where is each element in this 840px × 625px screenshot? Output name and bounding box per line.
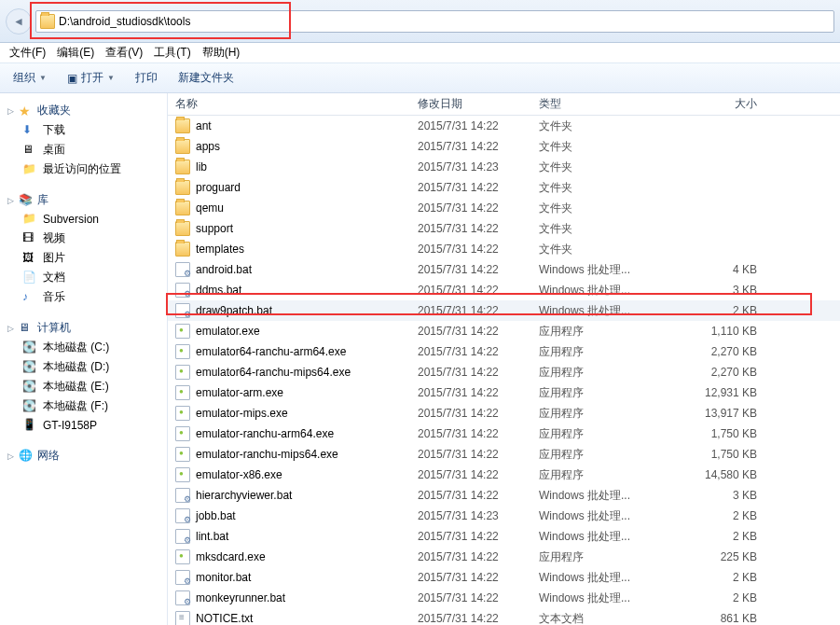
file-row[interactable]: emulator-x86.exe2015/7/31 14:22应用程序14,58… [168,465,840,485]
sidebar-item[interactable]: 图片 [4,248,163,268]
sidebar-item[interactable]: 最近访问的位置 [4,160,163,179]
menu-view[interactable]: 查看(V) [100,43,148,62]
address-field-wrap[interactable] [35,10,834,33]
file-row[interactable]: emulator64-ranchu-arm64.exe2015/7/31 14:… [168,341,840,362]
sidebar-item[interactable]: 音乐 [4,287,163,307]
file-row[interactable]: ant2015/7/31 14:22文件夹 [168,116,840,136]
column-date[interactable]: 修改日期 [410,93,531,115]
file-row[interactable]: ddms.bat2015/7/31 14:22Windows 批处理...3 K… [168,280,840,300]
sidebar-item[interactable]: 视频 [4,229,163,248]
disk-icon [22,380,37,395]
sidebar-item[interactable]: 本地磁盘 (D:) [4,357,163,377]
sidebar-item[interactable]: 下载 [4,120,163,140]
file-row[interactable]: emulator.exe2015/7/31 14:22应用程序1,110 KB [168,321,840,341]
file-type: Windows 批处理... [531,589,662,608]
column-size[interactable]: 大小 [662,93,764,115]
file-size: 861 KB [662,610,764,625]
file-name: NOTICE.txt [196,612,253,625]
sidebar-item-label: GT-I9158P [43,419,97,432]
sidebar-item[interactable]: 本地磁盘 (C:) [4,338,163,357]
toolbar-new-folder[interactable]: 新建文件夹 [172,68,240,88]
dl-icon [22,123,37,138]
back-button[interactable]: ◄ [6,8,32,35]
file-row[interactable]: apps2015/7/31 14:22文件夹 [168,136,840,157]
file-size: 14,580 KB [662,466,764,483]
sidebar-item[interactable]: Subversion [4,210,163,229]
disk-icon [22,399,37,414]
column-name[interactable]: 名称 [168,93,410,115]
file-name: emulator64-ranchu-mips64.exe [196,366,351,379]
file-row[interactable]: android.bat2015/7/31 14:22Windows 批处理...… [168,259,840,280]
file-size: 2,270 KB [662,343,764,360]
file-row[interactable]: emulator-mips.exe2015/7/31 14:22应用程序13,9… [168,403,840,424]
toolbar-open[interactable]: ▣打开▼ [62,68,120,88]
file-name: jobb.bat [196,509,236,522]
sidebar-item-label: 图片 [43,250,65,266]
file-date: 2015/7/31 14:22 [410,220,531,237]
exe-icon [175,344,190,359]
address-input[interactable] [59,15,830,28]
file-row[interactable]: templates2015/7/31 14:22文件夹 [168,239,840,259]
column-type[interactable]: 类型 [531,93,662,115]
svn-icon [22,212,37,227]
file-row[interactable]: NOTICE.txt2015/7/31 14:22文本文档861 KB [168,608,840,625]
file-size: 2 KB [662,590,764,606]
toolbar-organize[interactable]: 组织▼ [7,68,52,88]
sidebar-header-favorites[interactable]: ▷ 收藏夹 [4,101,163,120]
file-size [662,145,764,148]
file-type: Windows 批处理... [531,507,662,526]
sidebar-item[interactable]: 文档 [4,268,163,287]
menu-bar: 文件(F) 编辑(E) 查看(V) 工具(T) 帮助(H) [0,43,840,63]
file-row[interactable]: lint.bat2015/7/31 14:22Windows 批处理...2 K… [168,526,840,547]
folder-icon [175,180,190,195]
doc-icon [22,271,37,285]
sidebar-item[interactable]: 桌面 [4,140,163,160]
file-row[interactable]: jobb.bat2015/7/31 14:23Windows 批处理...2 K… [168,506,840,526]
file-row[interactable]: monkeyrunner.bat2015/7/31 14:22Windows 批… [168,588,840,608]
file-size: 2 KB [662,507,764,524]
file-date: 2015/7/31 14:22 [410,487,531,504]
sidebar-item[interactable]: 本地磁盘 (E:) [4,377,163,396]
file-size: 2 KB [662,528,764,545]
file-type: 应用程序 [531,548,662,567]
sidebar-item[interactable]: GT-I9158P [4,416,163,435]
file-size: 2,270 KB [662,364,764,381]
file-row[interactable]: proguard2015/7/31 14:22文件夹 [168,177,840,198]
sidebar-item[interactable]: 本地磁盘 (F:) [4,396,163,416]
file-type: 文本文档 [531,609,662,626]
file-date: 2015/7/31 14:22 [410,549,531,565]
file-name: mksdcard.exe [196,550,266,563]
file-type: Windows 批处理... [531,301,662,321]
menu-edit[interactable]: 编辑(E) [51,43,100,62]
video-icon [22,231,37,246]
file-size [662,124,764,128]
menu-help[interactable]: 帮助(H) [197,43,246,62]
file-name: lint.bat [196,530,228,543]
file-row[interactable]: qemu2015/7/31 14:22文件夹 [168,198,840,218]
file-date: 2015/7/31 14:22 [410,323,531,340]
file-row[interactable]: lib2015/7/31 14:23文件夹 [168,157,840,177]
file-row[interactable]: support2015/7/31 14:22文件夹 [168,218,840,239]
toolbar-print[interactable]: 打印 [130,68,163,88]
file-row[interactable]: emulator-ranchu-arm64.exe2015/7/31 14:22… [168,424,840,444]
sidebar-favorites: ▷ 收藏夹 下载桌面最近访问的位置 [4,101,163,179]
menu-tools[interactable]: 工具(T) [148,43,196,62]
sidebar-header-computer[interactable]: ▷ 计算机 [4,318,163,338]
bat-icon [175,283,190,298]
sidebar-item-label: 视频 [43,230,65,246]
menu-file[interactable]: 文件(F) [4,43,51,62]
file-row[interactable]: draw9patch.bat2015/7/31 14:22Windows 批处理… [168,300,840,321]
file-row[interactable]: emulator-arm.exe2015/7/31 14:22应用程序12,93… [168,382,840,403]
file-row[interactable]: hierarchyviewer.bat2015/7/31 14:22Window… [168,485,840,506]
folder-icon [40,14,55,29]
sidebar-header-network[interactable]: ▷ 网络 [4,446,163,465]
file-row[interactable]: emulator64-ranchu-mips64.exe2015/7/31 14… [168,362,840,382]
sidebar-item-label: 下载 [43,122,65,138]
sidebar-item-label: 本地磁盘 (E:) [43,379,109,395]
folder-icon [175,160,190,174]
sidebar-header-libraries[interactable]: ▷ 库 [4,190,163,210]
file-row[interactable]: mksdcard.exe2015/7/31 14:22应用程序225 KB [168,547,840,567]
file-row[interactable]: monitor.bat2015/7/31 14:22Windows 批处理...… [168,567,840,588]
file-row[interactable]: emulator-ranchu-mips64.exe2015/7/31 14:2… [168,444,840,465]
pic-icon [22,251,37,266]
